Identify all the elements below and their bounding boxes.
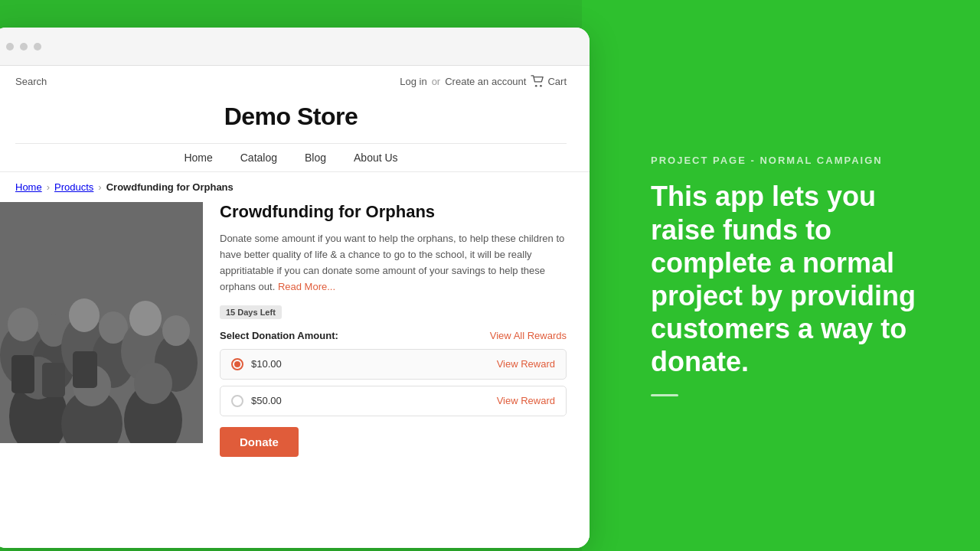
svg-point-5 — [8, 308, 38, 341]
browser-dot-1 — [6, 43, 14, 51]
product-description: Donate some amount if you want to help t… — [220, 231, 567, 295]
donation-option-1[interactable]: $10.00 View Reward — [220, 349, 567, 380]
svg-point-9 — [69, 298, 100, 332]
radio-btn-1[interactable] — [231, 358, 243, 370]
browser-chrome — [0, 28, 590, 66]
donation-option-2-left: $50.00 — [231, 395, 282, 407]
product-image — [0, 202, 203, 443]
breadcrumb-sep-1: › — [47, 181, 50, 193]
store-nav: Home Catalog Blog About Us — [15, 143, 567, 171]
donate-button[interactable]: Donate — [220, 427, 299, 457]
breadcrumb-current: Crowdfunding for Orphans — [106, 181, 234, 193]
product-area: Crowdfunding for Orphans Donate some amo… — [0, 202, 590, 457]
search-link[interactable]: Search — [15, 76, 47, 87]
cart-icon — [531, 75, 544, 87]
product-info: Crowdfunding for Orphans Donate some amo… — [203, 202, 567, 457]
right-panel-main-text: This app lets you raise funds to complet… — [651, 180, 934, 378]
store-header: Search Log in or Create an account Cart — [0, 66, 590, 172]
right-panel-underline — [651, 394, 678, 396]
cart-link[interactable]: Cart — [531, 75, 567, 87]
svg-rect-22 — [11, 355, 34, 393]
cart-label: Cart — [547, 76, 567, 87]
days-badge: 15 Days Left — [220, 305, 282, 319]
donation-option-1-left: $10.00 — [231, 358, 282, 370]
store-page: Search Log in or Create an account Cart — [0, 66, 590, 548]
nav-blog[interactable]: Blog — [305, 152, 326, 164]
or-separator: or — [432, 76, 441, 87]
product-image-svg — [0, 202, 203, 443]
create-account-link[interactable]: Create an account — [445, 76, 526, 87]
donation-option-2[interactable]: $50.00 View Reward — [220, 386, 567, 416]
browser-card: Search Log in or Create an account Cart — [0, 28, 590, 548]
donation-amount-2: $50.00 — [251, 395, 282, 406]
breadcrumb-sep-2: › — [98, 181, 101, 193]
breadcrumb-products[interactable]: Products — [54, 181, 93, 193]
product-title: Crowdfunding for Orphans — [220, 202, 567, 222]
account-bar: Log in or Create an account Cart — [400, 75, 567, 87]
login-link[interactable]: Log in — [400, 76, 426, 87]
svg-point-13 — [129, 301, 162, 336]
view-all-rewards-link[interactable]: View All Rewards — [490, 330, 567, 341]
donation-header: Select Donation Amount: View All Rewards — [220, 330, 567, 341]
svg-rect-23 — [42, 363, 65, 397]
browser-dot-2 — [20, 43, 28, 51]
read-more-link[interactable]: Read More... — [278, 281, 335, 292]
svg-point-21 — [134, 363, 172, 404]
donation-amount-1: $10.00 — [251, 358, 282, 370]
svg-point-1 — [541, 85, 543, 87]
donation-label: Select Donation Amount: — [220, 330, 338, 341]
right-panel: PROJECT PAGE - NORMAL CAMPAIGN This app … — [582, 0, 980, 551]
right-panel-subtitle: PROJECT PAGE - NORMAL CAMPAIGN — [651, 155, 934, 166]
breadcrumb-home[interactable]: Home — [15, 181, 42, 193]
svg-rect-24 — [73, 351, 97, 388]
browser-dot-3 — [34, 43, 41, 51]
view-reward-link-1[interactable]: View Reward — [497, 358, 555, 370]
store-top-bar: Search Log in or Create an account Cart — [15, 66, 567, 93]
svg-point-15 — [162, 315, 190, 346]
nav-about-us[interactable]: About Us — [354, 152, 398, 164]
nav-home[interactable]: Home — [184, 152, 212, 164]
nav-catalog[interactable]: Catalog — [240, 152, 277, 164]
breadcrumb: Home › Products › Crowdfunding for Orpha… — [0, 172, 590, 202]
svg-point-0 — [535, 85, 537, 87]
radio-btn-2[interactable] — [231, 395, 243, 407]
view-reward-link-2[interactable]: View Reward — [497, 395, 555, 406]
store-title: Demo Store — [15, 93, 567, 143]
